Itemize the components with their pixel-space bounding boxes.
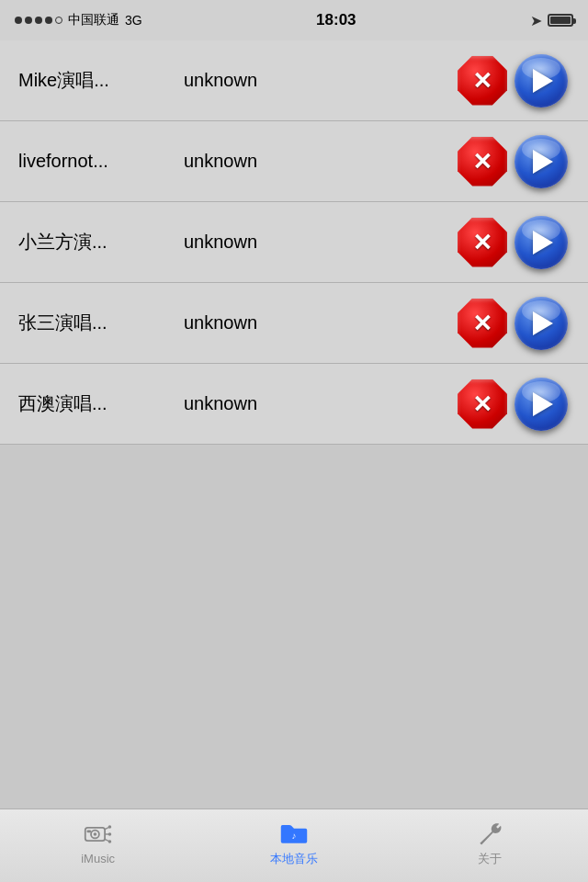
status-bar: 中国联通 3G 18:03 ➤: [0, 0, 588, 40]
delete-button[interactable]: ✕: [456, 216, 509, 269]
play-button[interactable]: [513, 133, 570, 190]
empty-space: [0, 445, 588, 720]
tab-about[interactable]: 关于: [392, 820, 588, 873]
dot4: [45, 17, 52, 24]
location-icon: ➤: [530, 12, 542, 29]
song-actions: ✕: [441, 133, 570, 190]
carrier-label: 中国联通: [68, 12, 119, 28]
network-label: 3G: [125, 13, 142, 28]
song-artist: unknown: [184, 70, 441, 91]
delete-button[interactable]: ✕: [456, 54, 509, 107]
dot2: [25, 17, 32, 24]
song-actions: ✕: [441, 214, 570, 271]
tab-local-music[interactable]: ♪ 本地音乐: [196, 820, 391, 873]
song-artist: unknown: [184, 151, 441, 172]
tab-imusic-label: iMusic: [81, 852, 115, 865]
song-row: 小兰方演... unknown ✕: [0, 202, 588, 283]
song-artist: unknown: [184, 312, 441, 334]
song-actions: ✕: [441, 295, 570, 352]
dot3: [35, 17, 42, 24]
song-artist: unknown: [184, 393, 441, 414]
svg-point-9: [107, 840, 111, 843]
time-label: 18:03: [316, 11, 356, 29]
play-button[interactable]: [513, 214, 570, 271]
song-title: livefornot...: [18, 151, 184, 172]
tab-bar: iMusic ♪ 本地音乐 关于: [0, 808, 588, 882]
delete-button[interactable]: ✕: [456, 297, 509, 350]
song-title: 西澳演唱...: [18, 391, 184, 416]
dot1: [15, 17, 22, 24]
delete-button[interactable]: ✕: [456, 135, 509, 188]
song-artist: unknown: [184, 232, 441, 253]
song-row: 张三演唱... unknown ✕: [0, 283, 588, 364]
tab-imusic[interactable]: iMusic: [0, 820, 196, 871]
svg-point-7: [107, 825, 111, 829]
song-title: Mike演唱...: [18, 68, 184, 93]
song-actions: ✕: [441, 376, 570, 433]
battery-icon: [548, 14, 573, 27]
song-row: livefornot... unknown ✕: [0, 121, 588, 202]
play-button[interactable]: [513, 52, 570, 109]
status-left: 中国联通 3G: [15, 12, 142, 28]
play-button[interactable]: [513, 376, 570, 433]
song-row: Mike演唱... unknown ✕: [0, 40, 588, 121]
status-right: ➤: [530, 12, 573, 29]
imusic-icon: [82, 820, 115, 848]
song-actions: ✕: [441, 52, 570, 109]
delete-button[interactable]: ✕: [456, 378, 509, 431]
song-list: Mike演唱... unknown ✕ livefornot... unknow…: [0, 40, 588, 445]
signal-dots: [15, 17, 62, 24]
main-content: Mike演唱... unknown ✕ livefornot... unknow…: [0, 40, 588, 808]
tab-local-music-label: 本地音乐: [270, 851, 318, 867]
battery-fill: [550, 17, 571, 24]
svg-point-2: [93, 832, 96, 836]
about-icon: [473, 820, 506, 847]
svg-rect-3: [86, 831, 90, 833]
song-row: 西澳演唱... unknown ✕: [0, 364, 588, 445]
dot5: [55, 17, 62, 24]
svg-text:♪: ♪: [292, 831, 297, 841]
song-title: 小兰方演...: [18, 230, 184, 254]
play-button[interactable]: [513, 295, 570, 352]
song-title: 张三演唱...: [18, 311, 184, 335]
tab-about-label: 关于: [478, 851, 502, 867]
svg-point-8: [107, 832, 111, 836]
local-music-icon: ♪: [277, 820, 311, 847]
